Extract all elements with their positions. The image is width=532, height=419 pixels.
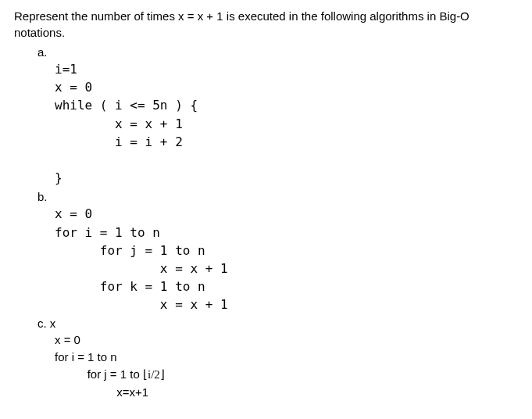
part-c-code: x = 0 for i = 1 to n for j = 1 to ⌊i/2⌋ … [37, 331, 518, 400]
question-prompt: Represent the number of times x = x + 1 … [14, 8, 518, 41]
part-c: c. x x = 0 for i = 1 to n for j = 1 to ⌊… [37, 315, 518, 400]
part-a-code: i=1 x = 0 while ( i <= 5n ) { x = x + 1 … [37, 60, 518, 187]
part-c-line1: x = 0 [55, 333, 80, 346]
part-c-line3-prefix: for j = 1 to [55, 367, 143, 381]
part-a-label: a. [37, 44, 48, 60]
part-b-label: b. [37, 188, 48, 205]
part-c-label: c. x [37, 315, 55, 331]
part-c-line4: x=x+1 [55, 385, 148, 399]
part-c-line3-math: ⌊i/2⌋ [143, 368, 165, 381]
part-c-line2: for i = 1 to n [55, 350, 117, 363]
part-b: b. x = 0 for i = 1 to n for j = 1 to n x… [37, 188, 518, 313]
part-b-code: x = 0 for i = 1 to n for j = 1 to n x = … [37, 205, 518, 313]
part-a: a. i=1 x = 0 while ( i <= 5n ) { x = x +… [37, 44, 518, 187]
parts-container: a. i=1 x = 0 while ( i <= 5n ) { x = x +… [14, 44, 518, 400]
